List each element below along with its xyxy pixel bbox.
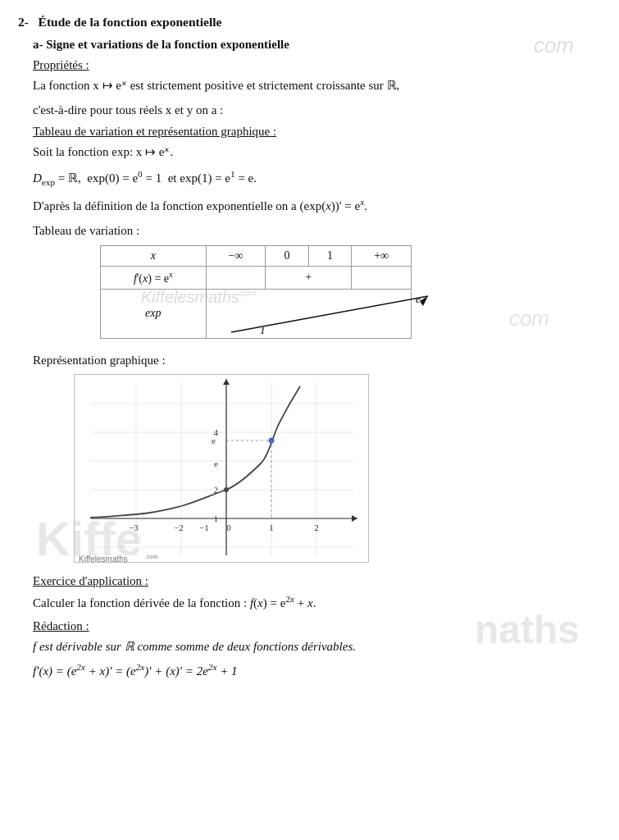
table-exp-label: exp [101, 289, 207, 338]
point-zero-one [224, 487, 229, 492]
property-text-2: c'est-à-dire pour tous réels x et y on a… [18, 100, 594, 120]
svg-text:com: com [147, 554, 157, 559]
graph-section: Représentation graphique : Kiffe [18, 354, 594, 563]
svg-text:−2: −2 [174, 523, 184, 532]
svg-text:1: 1 [260, 324, 266, 336]
graph-wrapper: −3 −2 −1 0 1 2 1 2 e 4 [74, 374, 594, 563]
table-fprime-val1 [206, 267, 266, 290]
section-title-text: Étude de la fonction exponentielle [39, 15, 222, 29]
exponential-graph-svg: −3 −2 −1 0 1 2 1 2 e 4 [74, 374, 369, 563]
svg-text:1: 1 [214, 514, 219, 523]
dexp-line: Dexp = ℝ, exp(0) = e0 = 1 et exp(1) = e1… [18, 167, 594, 189]
redaction-label: Rédaction : [33, 619, 594, 633]
table-header-pos-inf: +∞ [352, 246, 412, 267]
proprietes-label: Propriétés : [18, 58, 594, 72]
def-line: D'après la définition de la fonction exp… [18, 194, 594, 216]
svg-text:2: 2 [314, 523, 319, 532]
section-number: 2- [18, 15, 29, 29]
table-fprime-val2 [352, 267, 412, 290]
table-header-neg-inf: −∞ [206, 246, 266, 267]
table-header-one: 1 [308, 246, 351, 267]
tableau-label: Tableau de variation et représentation g… [18, 125, 594, 139]
table-exp-variation: 1 e [206, 289, 411, 338]
variation-arrow-svg: 1 e [207, 290, 461, 339]
exercise-section: Exercice d'application : Calculer la fon… [18, 574, 594, 681]
table-header-x: x [101, 246, 207, 267]
table-fprime-label: f'(x) = ex [101, 267, 207, 290]
svg-marker-16 [352, 515, 357, 522]
property-text-1: La fonction x ↦ eˣ est strictement posit… [18, 75, 594, 95]
table-header-zero: 0 [266, 246, 308, 267]
svg-text:−1: −1 [199, 523, 209, 532]
redaction-line2: f'(x) = (e2x + x)' = (e2x)' + (x)' = 2e2… [33, 660, 594, 681]
exercise-text: Calculer la fonction dérivée de la fonct… [33, 591, 594, 613]
variation-table-wrapper: Kiffelesmathscom x −∞ 0 1 +∞ f'(x) = ex … [18, 245, 594, 342]
tableau-intro: Soit la fonction exp: x ↦ eˣ. [18, 142, 594, 162]
variation-table: x −∞ 0 1 +∞ f'(x) = ex + exp [100, 245, 412, 339]
svg-text:Kiffelesmaths: Kiffelesmaths [79, 555, 128, 563]
graph-section-label: Représentation graphique : [33, 354, 594, 368]
redaction-line1: f est dérivable sur ℝ comme somme de deu… [33, 637, 594, 656]
page-content: com com naths 2- Étude de la fonction ex… [18, 15, 594, 681]
svg-text:0: 0 [226, 523, 231, 532]
svg-text:e: e [212, 436, 216, 445]
svg-text:e: e [416, 293, 421, 305]
table-fprime-plus: + [266, 267, 352, 290]
svg-marker-18 [223, 379, 230, 385]
svg-text:1: 1 [269, 523, 274, 532]
subsection-a-title: a- Signe et variations de la fonction ex… [18, 38, 594, 52]
section-title: 2- Étude de la fonction exponentielle [18, 15, 594, 30]
tableau-var-label: Tableau de variation : [18, 221, 594, 240]
exercise-label: Exercice d'application : [33, 574, 594, 588]
svg-text:−3: −3 [129, 523, 139, 532]
svg-text:e: e [214, 459, 218, 468]
